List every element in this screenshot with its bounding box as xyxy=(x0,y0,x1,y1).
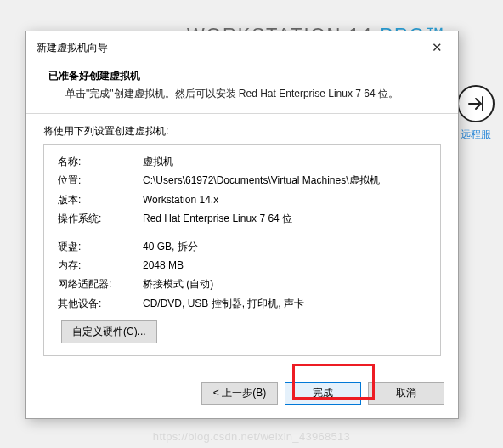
label-os: 操作系统: xyxy=(58,210,143,227)
dialog-subheading: 单击"完成"创建虚拟机。然后可以安装 Red Hat Enterprise Li… xyxy=(48,87,443,101)
summary-panel: 名称: 虚拟机 位置: C:\Users\61972\Documents\Vir… xyxy=(43,144,441,356)
close-button[interactable]: ✕ xyxy=(424,38,449,57)
label-version: 版本: xyxy=(58,191,143,208)
label-network: 网络适配器: xyxy=(58,275,143,292)
label-location: 位置: xyxy=(58,172,143,189)
label-other: 其他设备: xyxy=(58,295,143,312)
value-memory: 2048 MB xyxy=(143,257,430,274)
dialog-footer: < 上一步(B) 完成 取消 xyxy=(26,370,458,418)
watermark-text: https://blog.csdn.net/weixin_43968513 xyxy=(0,430,503,443)
value-name: 虚拟机 xyxy=(143,153,430,170)
dialog-header: 已准备好创建虚拟机 单击"完成"创建虚拟机。然后可以安装 Red Hat Ent… xyxy=(26,62,458,113)
value-version: Workstation 14.x xyxy=(143,191,430,208)
value-location: C:\Users\61972\Documents\Virtual Machine… xyxy=(143,172,430,189)
summary-row-memory: 内存: 2048 MB xyxy=(58,257,430,274)
summary-row-os: 操作系统: Red Hat Enterprise Linux 7 64 位 xyxy=(58,210,430,227)
new-vm-wizard-dialog: 新建虚拟机向导 ✕ 已准备好创建虚拟机 单击"完成"创建虚拟机。然后可以安装 R… xyxy=(25,31,459,419)
remote-server-label: 远程服 xyxy=(457,128,495,142)
label-memory: 内存: xyxy=(58,257,143,274)
summary-row-name: 名称: 虚拟机 xyxy=(58,153,430,170)
summary-row-version: 版本: Workstation 14.x xyxy=(58,191,430,208)
value-other: CD/DVD, USB 控制器, 打印机, 声卡 xyxy=(143,295,430,312)
back-button[interactable]: < 上一步(B) xyxy=(201,382,278,405)
dialog-title: 新建虚拟机向导 xyxy=(37,41,108,55)
remote-server-icon xyxy=(457,85,495,122)
summary-row-location: 位置: C:\Users\61972\Documents\Virtual Mac… xyxy=(58,172,430,189)
summary-row-network: 网络适配器: 桥接模式 (自动) xyxy=(58,275,430,292)
content-intro: 将使用下列设置创建虚拟机: xyxy=(43,124,441,139)
remote-server-shortcut[interactable]: 远程服 xyxy=(457,85,495,142)
cancel-button[interactable]: 取消 xyxy=(368,382,444,405)
value-os: Red Hat Enterprise Linux 7 64 位 xyxy=(143,210,430,227)
dialog-content: 将使用下列设置创建虚拟机: 名称: 虚拟机 位置: C:\Users\61972… xyxy=(26,114,458,370)
value-network: 桥接模式 (自动) xyxy=(143,275,430,292)
label-disk: 硬盘: xyxy=(58,238,143,255)
finish-button[interactable]: 完成 xyxy=(285,382,361,405)
label-name: 名称: xyxy=(58,153,143,170)
summary-row-disk: 硬盘: 40 GB, 拆分 xyxy=(58,238,430,255)
value-disk: 40 GB, 拆分 xyxy=(143,238,430,255)
dialog-titlebar: 新建虚拟机向导 ✕ xyxy=(26,31,458,62)
summary-row-other: 其他设备: CD/DVD, USB 控制器, 打印机, 声卡 xyxy=(58,295,430,312)
customize-hardware-button[interactable]: 自定义硬件(C)... xyxy=(61,320,157,343)
dialog-heading: 已准备好创建虚拟机 xyxy=(48,69,443,83)
